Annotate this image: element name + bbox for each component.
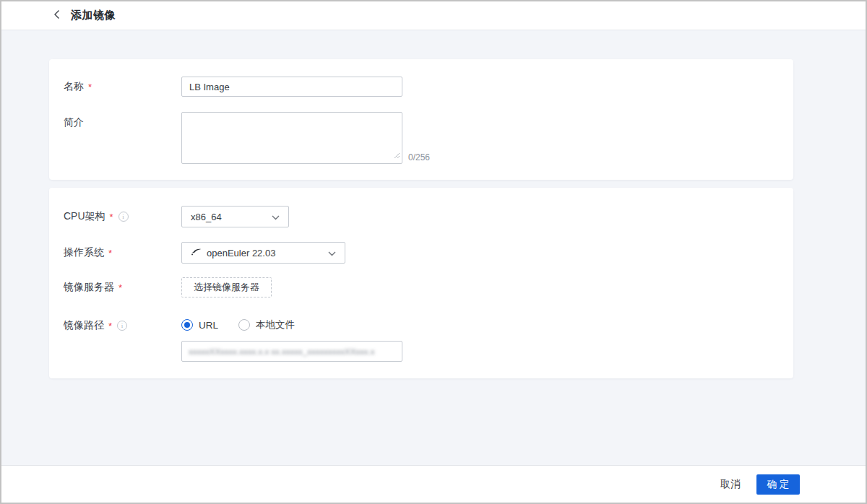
required-asterisk: *	[108, 321, 112, 331]
info-icon[interactable]: i	[118, 212, 129, 222]
radio-unselected-icon	[238, 319, 250, 331]
radio-url-label: URL	[199, 320, 218, 331]
os-select[interactable]: openEuler 22.03	[181, 242, 345, 264]
name-label: 名称	[64, 80, 84, 93]
os-value: openEuler 22.03	[207, 248, 275, 258]
page-header: 添加镜像	[1, 1, 866, 30]
cpu-arch-value: x86_64	[191, 212, 222, 222]
openeuler-logo-icon	[191, 248, 202, 258]
required-asterisk: *	[88, 82, 92, 92]
name-input[interactable]	[181, 77, 402, 97]
os-label: 操作系统	[64, 246, 104, 259]
cpu-arch-label: CPU架构	[64, 210, 105, 223]
basic-info-card: 名称* 简介 0/256	[49, 59, 793, 180]
confirm-button[interactable]: 确 定	[756, 474, 800, 495]
image-server-row: 镜像服务器* 选择镜像服务器	[64, 277, 776, 297]
add-image-page: 添加镜像 名称* 简介 0/256	[0, 0, 867, 504]
select-image-server-button[interactable]: 选择镜像服务器	[181, 277, 272, 297]
radio-local-label: 本地文件	[256, 318, 295, 331]
name-row: 名称*	[64, 77, 776, 97]
description-row: 简介 0/256	[64, 112, 776, 164]
description-label: 简介	[64, 116, 84, 129]
radio-url[interactable]: URL	[181, 319, 218, 331]
info-icon[interactable]: i	[117, 321, 127, 331]
form-content: 名称* 简介 0/256 CPU架构	[1, 30, 866, 465]
image-path-row: 镜像路径* i URL 本地文件	[64, 318, 776, 362]
footer-action-bar: 取消 确 定	[1, 465, 866, 503]
chevron-down-icon	[272, 212, 280, 222]
masked-url-text: xxxxxXXxxxx.xxxx.x.x xx.xxxxx_xxxxxxxxxX…	[189, 347, 375, 356]
page-title: 添加镜像	[71, 9, 116, 22]
chevron-down-icon	[328, 248, 336, 258]
radio-selected-icon	[181, 319, 193, 331]
radio-local-file[interactable]: 本地文件	[238, 318, 295, 331]
back-button[interactable]	[49, 9, 64, 23]
cpu-arch-row: CPU架构* i x86_64	[64, 206, 776, 227]
required-asterisk: *	[118, 282, 122, 293]
image-path-label: 镜像路径	[64, 319, 104, 332]
resize-grip-icon[interactable]	[394, 149, 400, 162]
required-asterisk: *	[108, 248, 112, 258]
char-counter: 0/256	[408, 152, 430, 162]
image-config-card: CPU架构* i x86_64 操作系统*	[49, 188, 793, 378]
image-url-input[interactable]: xxxxxXXxxxx.xxxx.x.x xx.xxxxx_xxxxxxxxxX…	[181, 341, 402, 362]
cpu-arch-select[interactable]: x86_64	[181, 206, 289, 227]
description-textarea[interactable]	[181, 112, 402, 164]
os-row: 操作系统* openEuler 22.03	[64, 242, 776, 264]
required-asterisk: *	[110, 212, 113, 222]
image-server-label: 镜像服务器	[64, 281, 114, 294]
cancel-button[interactable]: 取消	[719, 475, 742, 494]
chevron-left-icon	[53, 9, 60, 22]
